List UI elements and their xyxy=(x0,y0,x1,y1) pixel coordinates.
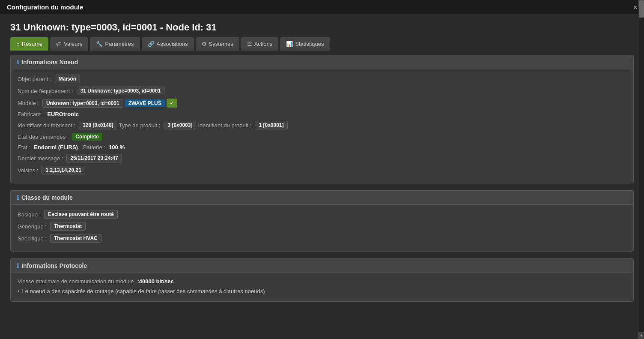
scroll-down-arrow[interactable]: ▼ xyxy=(638,332,644,339)
nom-equipement-row: Nom de l'équipement : 31 Unknown: type=0… xyxy=(18,87,626,95)
objet-parent-row: Objet parent : Maison xyxy=(18,75,626,83)
classe-module-card: ℹ Classe du module Basique : Esclave pou… xyxy=(10,190,634,252)
info-noeud-body: Objet parent : Maison Nom de l'équipemen… xyxy=(11,69,633,183)
etat-value: Endormi (FLiRS) xyxy=(34,144,78,150)
nom-equipement-value: 31 Unknown: type=0003, id=0001 xyxy=(77,87,164,95)
classe-module-body: Basique : Esclave pouvant être routé Gén… xyxy=(11,205,633,251)
type-produit-value: 3 [0x0003] xyxy=(164,121,196,129)
bullet-list: Le noeud a des capacités de routage (cap… xyxy=(18,288,626,294)
page-title: 31 Unknown: type=0003, id=0001 - Node Id… xyxy=(0,14,644,37)
tab-parametres[interactable]: 🔧 Paramètres xyxy=(90,37,140,51)
link-icon: 🔗 xyxy=(148,41,155,47)
objet-parent-value: Maison xyxy=(55,75,80,83)
gear-icon: ⚙ xyxy=(202,41,207,47)
tab-associations[interactable]: 🔗 Associations xyxy=(142,37,194,51)
identifiant-fab-value: 328 [0x0148] xyxy=(79,121,117,129)
etat-demandes-row: Etat des demandes : Complete xyxy=(18,133,626,141)
vitesse-row: Viesse maximale de communication du modu… xyxy=(18,278,626,285)
scrollbar-track: ▲ ▼ xyxy=(638,0,644,339)
window: Configuration du module × 31 Unknown: ty… xyxy=(0,0,644,339)
info-icon-2: ℹ xyxy=(17,194,19,201)
main-content: ℹ Informations Noeud Objet parent : Mais… xyxy=(0,55,644,319)
info-protocole-body: Viesse maximale de communication du modu… xyxy=(11,273,633,301)
basique-value: Esclave pouvant être routé xyxy=(44,210,117,219)
bullet-item-routing: Le noeud a des capacités de routage (cap… xyxy=(18,288,626,294)
modele-row: Modèle : Unknown: type=0003, id=0001 ZWA… xyxy=(18,99,626,108)
tabs-bar: ⌂ Résumé 🏷 Valeurs 🔧 Paramètres 🔗 Associ… xyxy=(0,37,644,51)
batterie-unit: % xyxy=(120,144,125,150)
tab-actions[interactable]: ☰ Actions xyxy=(241,37,279,51)
batterie-value: 100 xyxy=(109,144,118,150)
home-icon: ⌂ xyxy=(16,41,20,47)
tab-valeurs[interactable]: 🏷 Valeurs xyxy=(50,37,88,51)
identifiant-produit-value: 1 [0x0001] xyxy=(255,121,287,129)
classe-module-header: ℹ Classe du module xyxy=(11,191,633,205)
window-title: Configuration du module xyxy=(7,3,83,11)
dernier-message-row: Dernier message : 25/11/2017 23:24:47 xyxy=(18,154,626,162)
tag-icon: 🏷 xyxy=(56,41,62,47)
voisins-row: Voisins : 1,2,13,14,20,21 xyxy=(18,166,626,174)
specifique-value: Thermostat HVAC xyxy=(50,234,101,243)
info-icon: ℹ xyxy=(17,59,19,66)
etat-row: Etat : Endormi (FLiRS) Batterie : 100 % xyxy=(18,144,626,150)
tab-systemes[interactable]: ⚙ Systèmes xyxy=(196,37,239,51)
title-bar: Configuration du module × xyxy=(0,0,644,14)
generique-value: Thermostat xyxy=(50,222,86,231)
close-button[interactable]: × xyxy=(634,4,637,11)
zwave-plus-badge: ZWAVE PLUS xyxy=(125,99,165,107)
fabricant-value: EUROtronic xyxy=(47,111,79,117)
generique-row: Générique : Thermostat xyxy=(18,222,626,231)
info-icon-3: ℹ xyxy=(17,262,19,269)
info-noeud-card: ℹ Informations Noeud Objet parent : Mais… xyxy=(10,55,634,183)
tab-resume[interactable]: ⌂ Résumé xyxy=(10,37,48,51)
list-icon: ☰ xyxy=(247,41,252,47)
tab-statistiques[interactable]: 📊 Statistiques xyxy=(280,37,330,51)
fabricant-row: Fabricant : EUROtronic xyxy=(18,111,626,117)
modele-action-button[interactable]: ✓ xyxy=(167,99,177,108)
vitesse-value: :40000 bit/sec xyxy=(137,278,173,285)
basique-row: Basique : Esclave pouvant être routé xyxy=(18,210,626,219)
wrench-icon: 🔧 xyxy=(96,41,103,47)
dernier-message-value: 25/11/2017 23:24:47 xyxy=(66,154,122,162)
info-protocole-card: ℹ Informations Protocole Viesse maximale… xyxy=(10,258,634,302)
info-protocole-header: ℹ Informations Protocole xyxy=(11,259,633,273)
specifique-row: Spécifique : Thermostat HVAC xyxy=(18,234,626,243)
etat-demandes-value: Complete xyxy=(72,133,102,141)
modele-value: Unknown: type=0003, id=0001 xyxy=(42,99,123,108)
scrollbar-thumb[interactable] xyxy=(639,0,644,18)
voisins-value: 1,2,13,14,20,21 xyxy=(42,166,85,174)
bullet-text: Le noeud a des capacités de routage (cap… xyxy=(22,288,265,294)
identifiant-fab-row: Identifiant du fabricant : 328 [0x0148] … xyxy=(18,121,626,129)
chart-icon: 📊 xyxy=(286,41,293,47)
info-noeud-header: ℹ Informations Noeud xyxy=(11,55,633,69)
